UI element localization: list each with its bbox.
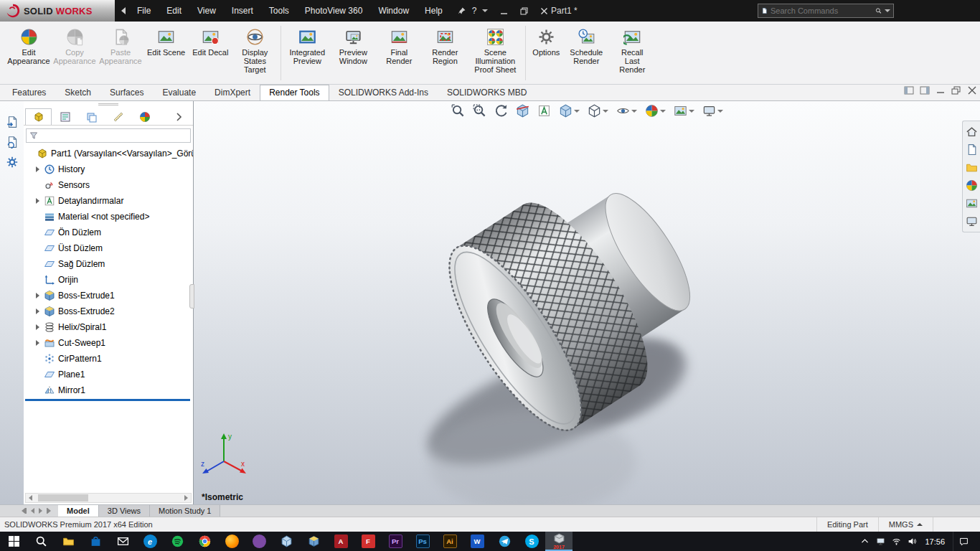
taskbar-viber-icon[interactable] <box>245 532 273 551</box>
preview-window-button[interactable]: Preview Window <box>330 25 376 68</box>
previous-view-icon[interactable] <box>494 103 509 118</box>
file-explorer-icon[interactable] <box>966 161 978 174</box>
menu-help[interactable]: Help <box>417 0 451 22</box>
menu-photoview-360[interactable]: PhotoView 360 <box>297 0 371 22</box>
tree-item-origin[interactable]: Orijin <box>24 272 193 288</box>
panel-splitter-handle[interactable] <box>189 284 194 309</box>
tab-surfaces[interactable]: Surfaces <box>100 85 153 100</box>
view-palette-icon[interactable] <box>966 197 978 209</box>
tree-item-right-plane[interactable]: Sağ Düzlem <box>24 256 193 272</box>
tree-item-plane1[interactable]: Plane1 <box>24 367 193 382</box>
scroll-left-icon[interactable] <box>26 494 35 502</box>
panel-drag-handle[interactable] <box>24 101 193 108</box>
tree-filter-input[interactable] <box>41 131 187 140</box>
tree-root-part[interactable]: Part1 (Varsayılan<<Varsayılan>_Görünt <box>24 146 193 161</box>
settings-gear-icon[interactable] <box>6 156 19 169</box>
search-dropdown-icon[interactable] <box>885 9 890 12</box>
tab-solidworks-add-ins[interactable]: SOLIDWORKS Add-Ins <box>329 85 438 100</box>
taskbar-autocad-icon[interactable]: A <box>327 532 354 551</box>
view-orientation-icon[interactable] <box>558 103 580 118</box>
schedule-render-button[interactable]: Schedule Render <box>563 25 609 68</box>
integrated-preview-button[interactable]: Integrated Preview <box>284 25 330 68</box>
tab-3d-views[interactable]: 3D Views <box>99 505 150 517</box>
display-style-icon[interactable] <box>587 103 609 118</box>
rollback-bar[interactable] <box>25 399 190 401</box>
tree-item-front-plane[interactable]: Ön Düzlem <box>24 225 193 240</box>
help-dropdown-icon[interactable] <box>482 9 488 12</box>
apply-scene-icon[interactable] <box>673 103 695 118</box>
minimize-button[interactable] <box>494 0 514 22</box>
tree-item-boss-extrude1[interactable]: Boss-Extrude1 <box>24 288 193 303</box>
taskbar-premiere-icon[interactable]: Pr <box>382 532 409 551</box>
taskbar-skype-icon[interactable]: S <box>518 532 545 551</box>
dimxpertmanager-tab[interactable] <box>105 108 131 125</box>
tab-model[interactable]: Model <box>58 505 99 517</box>
scroll-right-icon[interactable] <box>182 494 191 502</box>
taskbar-filmora-icon[interactable]: F <box>354 532 382 551</box>
tab-evaluate[interactable]: Evaluate <box>153 85 205 100</box>
search-commands-box[interactable] <box>758 4 894 18</box>
tree-item-top-plane[interactable]: Üst Düzlem <box>24 240 193 256</box>
options-button[interactable]: Options <box>529 25 563 60</box>
menu-collapse-icon[interactable] <box>121 7 126 14</box>
appearances-scenes-icon[interactable] <box>966 179 978 192</box>
configurationmanager-tab[interactable] <box>78 108 105 125</box>
tree-item-mirror1[interactable]: Mirror1 <box>24 382 193 398</box>
taskbar-telegram-icon[interactable] <box>491 532 518 551</box>
taskbar-solidworks-2017-icon[interactable]: 2017 <box>545 532 573 551</box>
zoom-area-icon[interactable] <box>472 103 487 118</box>
dynamic-annotation-icon[interactable] <box>537 103 552 118</box>
featuremanager-tab[interactable] <box>25 108 52 125</box>
tab-motion-study-1[interactable]: Motion Study 1 <box>150 505 220 517</box>
prev-tab-icon[interactable] <box>31 508 34 514</box>
scene-illumination-proof-sheet-button[interactable]: Scene Illumination Proof Sheet <box>468 25 522 77</box>
doc-close-icon[interactable] <box>967 86 977 95</box>
tree-item-helix-spiral1[interactable]: Helix/Spiral1 <box>24 319 193 335</box>
design-library-icon[interactable] <box>966 143 978 156</box>
tab-features[interactable]: Features <box>3 85 55 100</box>
taskbar-illustrator-icon[interactable]: Ai <box>436 532 463 551</box>
taskbar-store-icon[interactable] <box>82 532 109 551</box>
units-selector[interactable]: MMGS <box>878 517 933 532</box>
edit-appearance-quick-icon[interactable] <box>644 103 666 118</box>
clock[interactable]: 17:56 <box>923 537 946 546</box>
taskbar-chrome-icon[interactable] <box>191 532 218 551</box>
wifi-icon[interactable] <box>892 537 901 546</box>
tab-render-tools[interactable]: Render Tools <box>260 85 329 100</box>
tree-item-sensors[interactable]: Sensors <box>24 177 193 193</box>
propertymanager-tab[interactable] <box>52 108 78 125</box>
menu-file[interactable]: File <box>129 0 159 22</box>
menu-edit[interactable]: Edit <box>159 0 189 22</box>
menu-insert[interactable]: Insert <box>224 0 261 22</box>
tab-sketch[interactable]: Sketch <box>55 85 100 100</box>
reference-triad[interactable]: y x z <box>198 429 250 484</box>
action-center-icon[interactable] <box>953 532 974 551</box>
menu-tools[interactable]: Tools <box>261 0 297 22</box>
doc-update-icon[interactable] <box>6 136 19 149</box>
menu-pin-icon[interactable] <box>458 6 466 15</box>
menu-window[interactable]: Window <box>370 0 417 22</box>
first-tab-icon[interactable] <box>22 508 27 514</box>
view-settings-icon[interactable] <box>702 103 724 118</box>
tree-filter-box[interactable] <box>26 128 191 143</box>
taskbar-search-icon[interactable] <box>27 532 55 551</box>
taskbar-spotify-icon[interactable] <box>164 532 191 551</box>
taskbar-firefox-icon[interactable] <box>218 532 245 551</box>
volume-icon[interactable] <box>908 537 917 546</box>
panel-expand-chevron[interactable] <box>165 108 192 125</box>
final-render-button[interactable]: Final Render <box>376 25 422 68</box>
tree-item-boss-extrude2[interactable]: Boss-Extrude2 <box>24 303 193 319</box>
taskbar-solidworks-rx-icon[interactable] <box>273 532 300 551</box>
doc-export-icon[interactable] <box>6 116 19 128</box>
taskbar-mail-icon[interactable] <box>109 532 136 551</box>
hide-show-items-icon[interactable] <box>616 103 638 118</box>
search-input[interactable] <box>771 6 872 15</box>
display-states-target-button[interactable]: Display States Target <box>232 25 278 77</box>
custom-properties-icon[interactable] <box>966 215 978 227</box>
taskbar-photoshop-icon[interactable]: Ps <box>409 532 436 551</box>
doc-restore-icon[interactable] <box>951 86 961 95</box>
restore-button[interactable] <box>514 0 534 22</box>
tree-item-cut-sweep1[interactable]: Cut-Sweep1 <box>24 335 193 351</box>
pane-right-icon[interactable] <box>920 86 930 95</box>
taskbar-file-explorer-icon[interactable] <box>55 532 82 551</box>
